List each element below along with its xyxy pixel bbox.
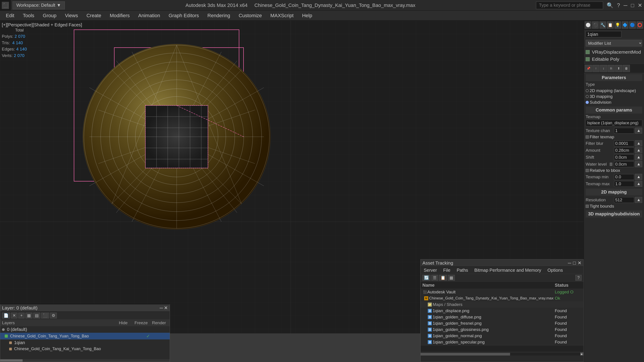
layer-row-coin[interactable]: Chinese_Gold_Coin_Tang_Yuan_Tong_Bao ✓ [0, 333, 170, 340]
stack-pin-icon[interactable]: 📌 [585, 65, 592, 72]
texture-chan-input[interactable] [614, 128, 634, 134]
rp-icon3[interactable]: 🔧 [600, 21, 606, 28]
asset-menu-file[interactable]: File [440, 267, 454, 274]
asset-row-vault[interactable]: ⬛ Autodesk Vault Logged O [420, 289, 584, 295]
asset-tool4[interactable]: ▦ [448, 275, 455, 281]
texmap-value[interactable]: Isplace (1qian_displace.png) [586, 120, 642, 126]
asset-menu-server[interactable]: Server [420, 267, 440, 274]
scrollbar-right-arrow[interactable]: ▶ [580, 353, 584, 356]
menu-animation[interactable]: Animation [134, 11, 164, 20]
modifier-epoly[interactable]: Editable Poly [584, 56, 644, 63]
layers-minimize[interactable]: ─ [160, 305, 163, 311]
menu-edit[interactable]: Edit [2, 11, 18, 20]
layer-settings[interactable]: ⚙ [50, 313, 57, 319]
asset-row-displace[interactable]: 🖼 1qian_displace.png Found [420, 308, 584, 314]
search-icon[interactable]: 🔍 [606, 1, 614, 9]
stack-copy-icon[interactable]: ⎘ [608, 65, 615, 72]
asset-tool3[interactable]: 📋 [439, 275, 447, 281]
asset-close-icon[interactable]: ✕ [578, 260, 582, 266]
radio-3d[interactable] [586, 95, 589, 98]
texture-chan-up[interactable]: ▲ [635, 128, 642, 134]
rp-icon1[interactable]: ⚪ [585, 21, 591, 28]
menu-help[interactable]: Help [298, 11, 316, 20]
stack-del-icon[interactable]: 🗑 [623, 65, 630, 72]
layer-highlight[interactable]: ⬛ [41, 313, 49, 319]
menu-create[interactable]: Create [82, 11, 105, 20]
amount-spin[interactable]: ▲ [635, 147, 642, 153]
layers-scrollbar[interactable] [0, 359, 170, 362]
layers-close[interactable]: ✕ [164, 305, 168, 311]
asset-menu-paths[interactable]: Paths [454, 267, 471, 274]
menu-customize[interactable]: Customize [234, 11, 266, 20]
asset-row-diffuse[interactable]: 🖼 1qian_golden_diffuse.png Found [420, 314, 584, 320]
menu-tools[interactable]: Tools [19, 11, 38, 20]
texmap-max-input[interactable] [614, 181, 634, 187]
texmap-max-spin[interactable]: ▲ [635, 181, 642, 187]
resolution-input[interactable] [614, 197, 634, 203]
tight-bounds-checkbox[interactable] [586, 205, 589, 208]
menu-modifiers[interactable]: Modifiers [106, 11, 134, 20]
menu-maxscript[interactable]: MAXScript [266, 11, 298, 20]
resolution-spin[interactable]: ▲ [635, 197, 642, 203]
shift-spin[interactable]: ▲ [635, 154, 642, 160]
asset-row-glossiness[interactable]: 🖼 1qian_golden_glossiness.png Found [420, 327, 584, 333]
asset-scrollbar-h[interactable]: ▶ [420, 353, 584, 356]
menu-rendering[interactable]: Rendering [204, 11, 234, 20]
close-icon[interactable]: ✕ [637, 1, 643, 9]
rp-icon7[interactable]: 🔵 [629, 21, 636, 28]
stack-paste-icon[interactable]: ⬆ [615, 65, 622, 72]
help-icon[interactable]: ? [616, 1, 621, 9]
menu-views[interactable]: Views [61, 11, 82, 20]
water-level-checkbox[interactable] [610, 163, 612, 166]
modifier-vray[interactable]: VRayDisplacementMod [584, 48, 644, 56]
menu-graph-editors[interactable]: Graph Editors [164, 11, 203, 20]
filter-blur-input[interactable] [614, 141, 634, 146]
name-header [584, 30, 644, 39]
rp-icon4[interactable]: 📋 [607, 21, 613, 28]
rp-icon6[interactable]: 🔷 [622, 21, 628, 28]
asset-row-normal[interactable]: 🖼 1qian_golden_normal.png Found [420, 333, 584, 339]
menu-group[interactable]: Group [39, 11, 60, 20]
shift-input[interactable] [614, 154, 634, 160]
layer-row-1qian[interactable]: 1qian [0, 340, 170, 346]
modifier-list-dropdown[interactable]: Modifier List [586, 40, 642, 46]
texmap-min-input[interactable] [614, 174, 634, 180]
radio-2d[interactable] [586, 89, 589, 92]
amount-input[interactable] [614, 147, 634, 153]
filter-blur-spin[interactable]: ▲ [635, 140, 642, 146]
rp-icon8[interactable]: ⭕ [636, 21, 643, 28]
stack-cursor-icon[interactable]: ↑ [592, 65, 600, 72]
object-name-input[interactable] [586, 31, 622, 37]
filter-texmap-checkbox[interactable] [586, 135, 589, 139]
texmap-min-spin[interactable]: ▲ [635, 174, 642, 180]
workspace-button[interactable]: Workspace: Default ▼ [12, 1, 65, 9]
rp-icon2[interactable]: ⚫ [592, 21, 598, 28]
asset-minimize-icon[interactable]: ─ [568, 260, 571, 266]
layer-new[interactable]: 📄 [2, 313, 10, 319]
layer-sel-layer[interactable]: ▤ [33, 313, 40, 319]
layer-row-default[interactable]: 0 (default) [0, 326, 170, 333]
search-input[interactable] [536, 1, 603, 9]
asset-help-icon[interactable]: ? [575, 275, 582, 281]
asset-menu-bitmap[interactable]: Bitmap Performance and Memory [471, 267, 544, 274]
minimize-icon[interactable]: ─ [622, 1, 628, 9]
maximize-icon[interactable]: □ [630, 1, 635, 9]
asset-restore-icon[interactable]: □ [573, 260, 576, 266]
layer-row-coinobj[interactable]: Chinese_Gold_Coin_Tang_Kai_Yuan_Tong_Bao [0, 346, 170, 352]
water-level-input[interactable] [614, 161, 634, 167]
asset-tool1[interactable]: 🔃 [422, 275, 430, 281]
asset-menu-options[interactable]: Options [544, 267, 566, 274]
stack-arrow-icon[interactable]: ↕ [600, 65, 607, 72]
asset-row-maps[interactable]: 📁 Maps / Shaders [420, 302, 584, 308]
layer-del[interactable]: ✕ [11, 313, 18, 319]
layer-sel-obj[interactable]: ▦ [26, 313, 32, 319]
asset-row-maxfile[interactable]: M Chinese_Gold_Coin_Tang_Dynasty_Kai_Yua… [420, 295, 584, 302]
water-level-spin[interactable]: ▲ [635, 161, 642, 167]
asset-row-fresnel[interactable]: 🖼 1qian_golden_fresnel.png Found [420, 320, 584, 327]
rp-icon5[interactable]: 💡 [614, 21, 621, 28]
asset-row-specular[interactable]: 🖼 1qian_golden_specular.png Found [420, 339, 584, 345]
radio-subdivision[interactable] [586, 101, 589, 104]
asset-tool2[interactable]: ☰ [431, 275, 438, 281]
layer-add-obj[interactable]: + [18, 313, 24, 319]
relative-bbox-checkbox[interactable] [586, 169, 589, 172]
